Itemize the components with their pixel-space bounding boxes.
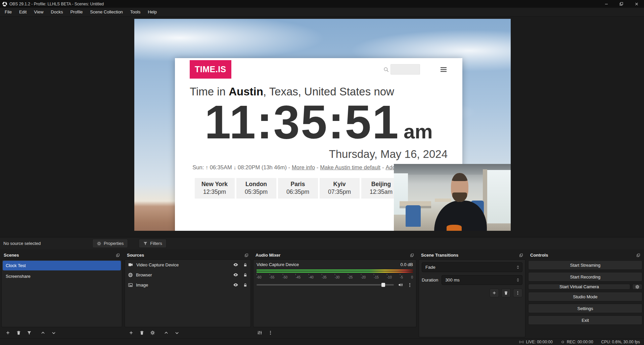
volume-slider[interactable] [257, 284, 394, 286]
audio-mixer-dock-header: Audio Mixer [253, 251, 416, 259]
city-card-paris: Paris 06:35pm [278, 178, 318, 199]
window-buttons [599, 0, 644, 8]
lock-toggle[interactable] [243, 273, 247, 277]
meter-db-scale: -60 -55 -50 -45 -40 -35 -30 -25 -20 -15 … [257, 275, 413, 279]
popout-icon[interactable] [519, 253, 523, 257]
studio-mode-button[interactable]: Studio Mode [528, 292, 642, 301]
search-icon [383, 67, 389, 73]
webcam-person [432, 168, 489, 231]
transitions-panel: Fade Duration 300 ms [419, 259, 525, 337]
scene-item-screenshare[interactable]: Screenshare [3, 271, 121, 281]
scenes-dock: Scenes Clock Test Screenshare [1, 251, 122, 337]
add-source-button[interactable] [126, 329, 136, 337]
cpu-status: CPU: 0.6%, 30.00 fps [601, 340, 640, 344]
controls-dock: Controls Start Streaming Start Recording… [528, 251, 643, 337]
audio-mixer-dock-title: Audio Mixer [256, 253, 280, 258]
timeis-clock: 11:35:51 [204, 98, 400, 146]
filters-button[interactable]: Filters [139, 239, 166, 248]
source-label: Image [136, 283, 148, 288]
menu-scene-collection[interactable]: Scene Collection [86, 8, 127, 16]
more-info-link: More info [292, 164, 315, 171]
source-item-browser[interactable]: Browser [125, 270, 250, 280]
exit-button[interactable]: Exit [528, 315, 642, 325]
menu-help[interactable]: Help [144, 8, 160, 16]
popout-icon[interactable] [410, 253, 414, 257]
transition-menu-button[interactable] [513, 289, 522, 297]
remove-scene-button[interactable] [13, 329, 24, 337]
settings-button[interactable]: Settings [528, 304, 642, 313]
transitions-dock-title: Scene Transitions [421, 253, 458, 258]
menu-view[interactable]: View [30, 8, 47, 16]
add-scene-button[interactable] [3, 329, 13, 337]
menu-edit[interactable]: Edit [15, 8, 30, 16]
duration-label: Duration [422, 277, 438, 283]
menu-docks[interactable]: Docks [47, 8, 66, 16]
virtual-camera-settings-button[interactable] [632, 284, 642, 290]
visibility-toggle[interactable] [233, 262, 238, 267]
source-label: Video Capture Device [136, 262, 179, 267]
menu-file[interactable]: File [1, 8, 15, 16]
make-default-link: Make Austin time default [320, 164, 380, 171]
scene-move-down-button[interactable] [49, 329, 59, 337]
transition-select[interactable]: Fade [422, 262, 522, 272]
remove-source-button[interactable] [137, 329, 147, 337]
timeis-header: TIME.IS [190, 60, 448, 79]
scene-filters-button[interactable] [24, 329, 34, 337]
close-button[interactable] [629, 0, 644, 8]
properties-button[interactable]: Properties [92, 239, 128, 248]
scene-move-up-button[interactable] [38, 329, 48, 337]
start-recording-button[interactable]: Start Recording [528, 272, 642, 282]
obs-window: OBS 29.1.2 - Profile: LLHLS BETA - Scene… [0, 0, 644, 345]
obs-logo-icon [2, 2, 7, 6]
visibility-toggle[interactable] [233, 282, 238, 288]
scene-item-clock-test[interactable]: Clock Test [3, 261, 121, 270]
mute-button[interactable] [398, 282, 403, 288]
mixer-menu-button[interactable] [265, 329, 275, 337]
duration-spinner[interactable]: 300 ms [442, 275, 522, 285]
audio-level-meter [257, 269, 413, 273]
source-move-down-button[interactable] [172, 329, 182, 337]
sources-dock-header: Sources [125, 251, 251, 259]
add-transition-button[interactable] [490, 289, 499, 297]
source-move-up-button[interactable] [161, 329, 171, 337]
minimize-button[interactable] [599, 0, 614, 8]
channel-menu-button[interactable] [407, 283, 412, 288]
start-virtual-camera-button[interactable]: Start Virtual Camera [528, 284, 630, 290]
mixer-toolbar [253, 327, 416, 337]
program-canvas[interactable]: TIME.IS Time in Austin, Texas, United St… [134, 19, 511, 231]
source-properties-button[interactable] [147, 329, 157, 337]
dock-area: Scenes Clock Test Screenshare Sources [0, 249, 644, 338]
scenes-dock-header: Scenes [1, 251, 122, 259]
transitions-dock-header: Scene Transitions [419, 251, 525, 259]
volume-row [257, 282, 413, 288]
menu-tools[interactable]: Tools [127, 8, 144, 16]
lock-toggle[interactable] [243, 263, 247, 267]
no-source-label: No source selected [3, 241, 92, 246]
sources-list: Video Capture Device Browser [125, 259, 251, 327]
lock-toggle[interactable] [243, 283, 247, 287]
visibility-toggle[interactable] [233, 272, 238, 277]
timeis-logo: TIME.IS [190, 60, 231, 79]
remove-transition-button[interactable] [501, 289, 511, 297]
source-label: Browser [136, 272, 152, 277]
sun-times-text: Sun: ↑ 06:35AM ↓ 08:20PM (13h 46m) - [192, 164, 290, 171]
restore-button[interactable] [614, 0, 629, 8]
start-streaming-button[interactable]: Start Streaming [528, 260, 642, 270]
office-window-right [486, 170, 511, 223]
popout-icon[interactable] [116, 253, 120, 257]
advanced-audio-button[interactable] [255, 329, 265, 337]
menu-profile[interactable]: Profile [66, 8, 86, 16]
controls-dock-title: Controls [530, 253, 548, 258]
person-head [451, 173, 468, 202]
city-card-new-york: New York 12:35pm [195, 178, 235, 199]
source-item-image[interactable]: Image [125, 280, 250, 290]
audio-mixer-dock: Audio Mixer Video Capture Device 0.0 dB [253, 251, 416, 337]
volume-slider-handle[interactable] [381, 283, 385, 287]
duration-row: Duration 300 ms [422, 275, 522, 285]
menubar: File Edit View Docks Profile Scene Colle… [0, 8, 644, 16]
popout-icon[interactable] [636, 253, 640, 257]
popout-icon[interactable] [244, 253, 248, 257]
preview-area: TIME.IS Time in Austin, Texas, United St… [0, 16, 644, 237]
controls-panel: Start Streaming Start Recording Start Vi… [528, 259, 643, 337]
source-item-video-capture-device[interactable]: Video Capture Device [125, 260, 250, 270]
